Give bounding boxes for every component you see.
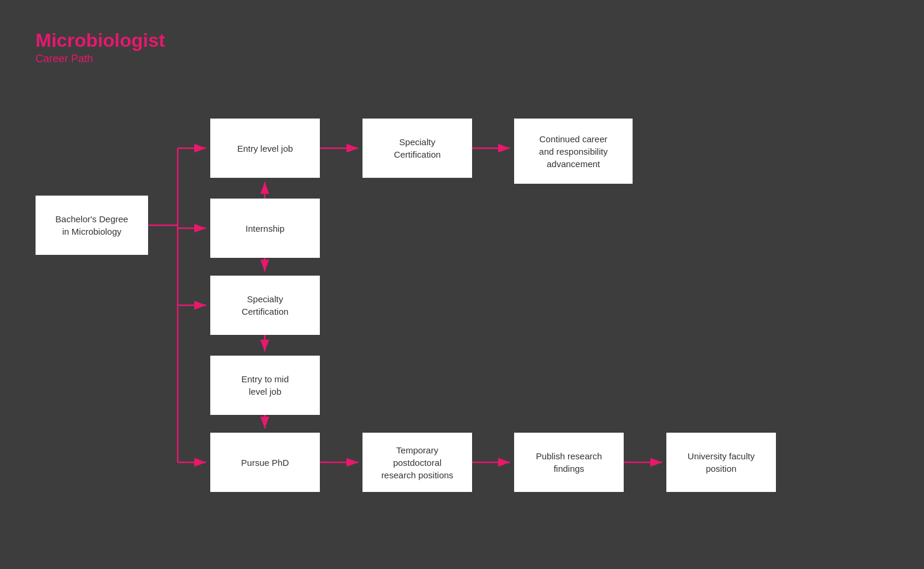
box-specialty-cert-mid: SpecialtyCertification bbox=[210, 276, 320, 335]
box-entry-mid: Entry to midlevel job bbox=[210, 356, 320, 415]
box-publish-research: Publish researchfindings bbox=[514, 433, 624, 492]
box-bachelors: Bachelor's Degreein Microbiology bbox=[36, 196, 148, 255]
box-temp-postdoc: Temporarypostdoctoralresearch positions bbox=[362, 433, 472, 492]
box-pursue-phd: Pursue PhD bbox=[210, 433, 320, 492]
box-entry-level: Entry level job bbox=[210, 119, 320, 178]
box-continued-career: Continued careerand responsibilityadvanc… bbox=[514, 119, 633, 184]
box-internship: Internship bbox=[210, 199, 320, 258]
flowchart: Bachelor's Degreein MicrobiologyEntry le… bbox=[0, 0, 924, 569]
box-specialty-cert-top: SpecialtyCertification bbox=[362, 119, 472, 178]
box-university-faculty: University facultyposition bbox=[666, 433, 776, 492]
